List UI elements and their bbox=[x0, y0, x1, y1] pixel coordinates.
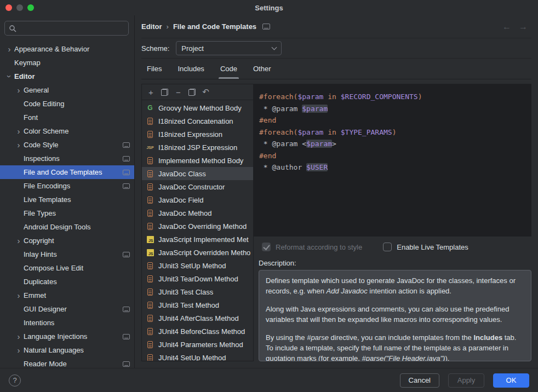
sidebar-item-editor[interactable]: ›Editor bbox=[0, 70, 134, 83]
help-button[interactable]: ? bbox=[9, 374, 21, 387]
template-item-junit4-parameters-method[interactable]: JUnit4 Parameters Method bbox=[142, 338, 253, 351]
template-toolbar: +−↶ bbox=[142, 84, 253, 100]
chevron-right-icon[interactable]: › bbox=[14, 346, 24, 354]
tab-files[interactable]: Files bbox=[141, 59, 167, 79]
chevron-right-icon[interactable]: › bbox=[14, 332, 24, 341]
template-item-javadoc-constructor[interactable]: JavaDoc Constructor bbox=[142, 180, 253, 193]
minimize-button[interactable] bbox=[16, 4, 23, 11]
settings-sidebar: ›Appearance & BehaviorKeymap›Editor›Gene… bbox=[0, 15, 135, 368]
sidebar-item-natural-languages[interactable]: ›Natural Languages bbox=[0, 343, 134, 357]
template-item-javadoc-field[interactable]: JavaDoc Field bbox=[142, 193, 253, 206]
sidebar-item-code-style[interactable]: ›Code Style bbox=[0, 138, 134, 152]
template-item-javascript-implemented-met[interactable]: JSJavaScript Implemented Met bbox=[142, 233, 253, 246]
template-item-junit4-setup-method[interactable]: JUnit4 SetUp Method bbox=[142, 351, 253, 361]
sidebar-item-label: Code Editing bbox=[24, 100, 130, 108]
new-template-icon[interactable]: + bbox=[144, 85, 158, 99]
tab-strip: FilesIncludesCodeOther bbox=[141, 59, 531, 79]
sidebar-item-android-design-tools[interactable]: Android Design Tools bbox=[0, 220, 134, 234]
enable-live-templates-checkbox[interactable]: Enable Live Templates bbox=[383, 243, 468, 251]
sidebar-item-live-templates[interactable]: Live Templates bbox=[0, 193, 134, 206]
template-item-label: JavaDoc Field bbox=[158, 196, 203, 204]
screen-badge-icon bbox=[123, 334, 130, 339]
reformat-checkbox[interactable]: Reformat according to style bbox=[262, 243, 362, 251]
create-child-template-icon[interactable] bbox=[158, 85, 171, 99]
template-item-junit4-afterclass-method[interactable]: JUnit4 AfterClass Method bbox=[142, 312, 253, 325]
scheme-dropdown[interactable]: Project bbox=[176, 41, 282, 55]
sidebar-item-compose-live-edit[interactable]: Compose Live Edit bbox=[0, 261, 134, 275]
sidebar-item-label: Live Templates bbox=[24, 195, 130, 204]
template-item-javascript-overridden-metho[interactable]: JSJavaScript Overridden Metho bbox=[142, 246, 253, 259]
description-paragraph: By using the #parse directive, you can i… bbox=[266, 332, 524, 361]
template-item-junit4-beforeclass-method[interactable]: JUnit4 BeforeClass Method bbox=[142, 325, 253, 338]
sidebar-item-gui-designer[interactable]: GUI Designer bbox=[0, 302, 134, 316]
template-item-junit3-teardown-method[interactable]: JUnit3 TearDown Method bbox=[142, 272, 253, 285]
sidebar-item-label: File Encodings bbox=[24, 182, 119, 190]
reset-to-default-icon[interactable]: ↶ bbox=[199, 85, 213, 99]
copy-template-icon[interactable] bbox=[185, 85, 199, 99]
tab-code[interactable]: Code bbox=[215, 59, 243, 79]
template-icon bbox=[146, 157, 154, 165]
sidebar-item-file-types[interactable]: File Types bbox=[0, 206, 134, 220]
chevron-right-icon[interactable]: › bbox=[14, 237, 24, 245]
sidebar-item-file-encodings[interactable]: File Encodings bbox=[0, 179, 134, 193]
sidebar-item-reader-mode[interactable]: Reader Mode bbox=[0, 357, 134, 368]
template-item-i18nized-concatenation[interactable]: I18nized Concatenation bbox=[142, 114, 253, 128]
code-line: * @param $param bbox=[259, 103, 526, 115]
main-row: ›Appearance & BehaviorKeymap›Editor›Gene… bbox=[0, 15, 538, 368]
sidebar-item-color-scheme[interactable]: ›Color Scheme bbox=[0, 124, 134, 138]
template-editor[interactable]: #foreach($param in $RECORD_COMPONENTS) *… bbox=[254, 84, 531, 237]
screen-badge-icon bbox=[123, 183, 130, 189]
sidebar-item-language-injections[interactable]: ›Language Injections bbox=[0, 330, 134, 343]
sidebar-item-label: GUI Designer bbox=[24, 305, 119, 313]
tab-includes[interactable]: Includes bbox=[172, 59, 209, 79]
search-input[interactable] bbox=[20, 24, 124, 32]
template-item-junit3-setup-method[interactable]: JUnit3 SetUp Method bbox=[142, 259, 253, 272]
sidebar-item-inlay-hints[interactable]: Inlay Hints bbox=[0, 247, 134, 261]
chevron-down-icon[interactable]: › bbox=[5, 72, 14, 82]
tab-label: Code bbox=[220, 65, 237, 73]
sidebar-item-general[interactable]: ›General bbox=[0, 83, 134, 97]
template-item-i18nized-jsp-expression[interactable]: JSPI18nized JSP Expression bbox=[142, 141, 253, 154]
template-item-javadoc-method[interactable]: JavaDoc Method bbox=[142, 206, 253, 220]
chevron-right-icon[interactable]: › bbox=[14, 141, 24, 149]
sidebar-item-inspections[interactable]: Inspections bbox=[0, 152, 134, 165]
tab-other[interactable]: Other bbox=[248, 59, 277, 79]
zoom-button[interactable] bbox=[27, 4, 34, 11]
sidebar-item-duplicates[interactable]: Duplicates bbox=[0, 275, 134, 289]
template-item-groovy-new-method-body[interactable]: GGroovy New Method Body bbox=[142, 101, 253, 114]
sidebar-item-appearance-behavior[interactable]: ›Appearance & Behavior bbox=[0, 42, 134, 56]
chevron-right-icon[interactable]: › bbox=[4, 45, 14, 53]
template-item-i18nized-expression[interactable]: I18nized Expression bbox=[142, 128, 253, 141]
breadcrumb-item-file-and-code-templates[interactable]: File and Code Templates bbox=[173, 22, 256, 31]
sidebar-item-label: General bbox=[24, 86, 130, 94]
template-item-junit3-test-class[interactable]: JUnit3 Test Class bbox=[142, 285, 253, 298]
scheme-row: Scheme: Project bbox=[141, 38, 531, 59]
template-item-junit3-test-method[interactable]: JUnit3 Test Method bbox=[142, 298, 253, 312]
apply-button[interactable]: Apply bbox=[448, 373, 484, 388]
sidebar-item-keymap[interactable]: Keymap bbox=[0, 56, 134, 70]
sidebar-item-label: Editor bbox=[14, 72, 130, 80]
sidebar-item-code-editing[interactable]: Code Editing bbox=[0, 97, 134, 111]
chevron-right-icon[interactable]: › bbox=[14, 291, 24, 299]
forward-arrow-icon[interactable]: → bbox=[515, 22, 531, 32]
breadcrumb-item-editor[interactable]: Editor bbox=[141, 22, 162, 31]
chevron-right-icon[interactable]: › bbox=[14, 86, 24, 94]
screen-badge-icon bbox=[123, 307, 130, 312]
cancel-button[interactable]: Cancel bbox=[400, 373, 439, 388]
template-item-javadoc-class[interactable]: JavaDoc Class bbox=[142, 167, 253, 180]
screen-badge-icon bbox=[123, 156, 130, 162]
remove-template-icon[interactable]: − bbox=[171, 85, 185, 99]
ok-button[interactable]: OK bbox=[493, 373, 529, 388]
sidebar-item-intentions[interactable]: Intentions bbox=[0, 316, 134, 330]
sidebar-item-file-and-code-templates[interactable]: File and Code Templates bbox=[0, 165, 134, 179]
back-arrow-icon[interactable]: ← bbox=[499, 22, 515, 32]
template-item-implemented-method-body[interactable]: Implemented Method Body bbox=[142, 154, 253, 167]
sidebar-item-font[interactable]: Font bbox=[0, 111, 134, 124]
settings-search-field[interactable] bbox=[4, 21, 129, 36]
sidebar-item-copyright[interactable]: ›Copyright bbox=[0, 234, 134, 247]
tab-label: Files bbox=[147, 65, 162, 73]
sidebar-item-emmet[interactable]: ›Emmet bbox=[0, 289, 134, 302]
chevron-right-icon[interactable]: › bbox=[14, 127, 24, 135]
template-item-javadoc-overriding-method[interactable]: JavaDoc Overriding Method bbox=[142, 220, 253, 233]
close-button[interactable] bbox=[5, 4, 12, 11]
